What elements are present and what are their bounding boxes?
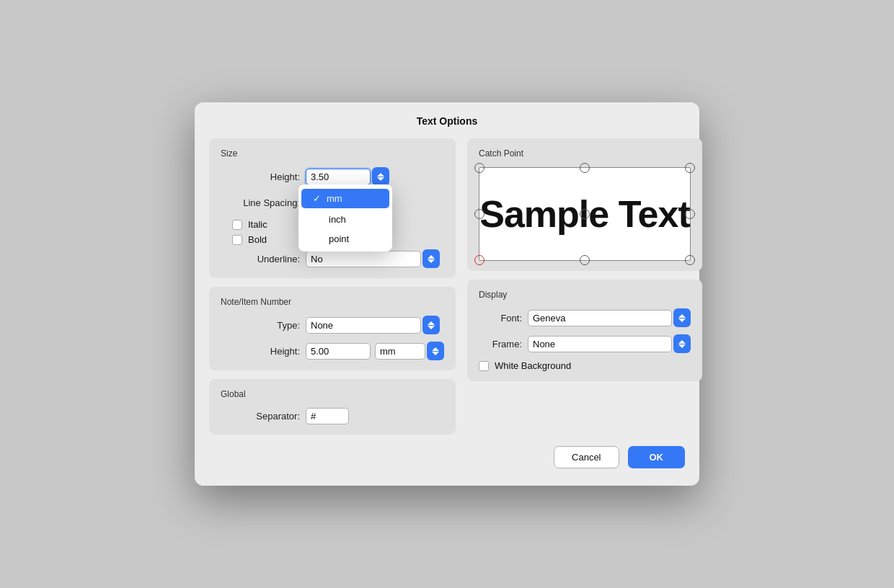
frame-select[interactable]: None — [528, 336, 672, 352]
size-section: Size Height: ✓ mm — [209, 138, 456, 278]
dot-bl[interactable] — [474, 255, 484, 265]
frame-stepper-up — [678, 340, 686, 344]
font-row: Font: Geneva — [479, 308, 691, 327]
global-section: Global Separator: — [209, 379, 456, 435]
unit-dropdown-overlay: ✓ mm inch point — [298, 184, 392, 251]
type-stepper[interactable] — [422, 316, 440, 334]
underline-label: Underline: — [221, 254, 300, 264]
white-bg-label: White Background — [495, 360, 571, 371]
dot-tc[interactable] — [580, 163, 590, 173]
left-column: Size Height: ✓ mm — [209, 138, 456, 435]
frame-row: Frame: None — [479, 334, 691, 353]
note-height-label: Height: — [221, 346, 300, 357]
stepper-up-arrow — [377, 173, 384, 177]
ok-button[interactable]: OK — [628, 446, 686, 468]
frame-stepper-down — [678, 344, 686, 348]
dot-tl[interactable] — [474, 163, 484, 173]
font-stepper-up — [678, 314, 686, 318]
bold-label: Bold — [248, 234, 267, 245]
white-bg-checkbox[interactable] — [479, 361, 489, 371]
font-select[interactable]: Geneva — [528, 310, 672, 326]
dot-tr[interactable] — [685, 163, 695, 173]
dot-mr[interactable] — [685, 209, 695, 219]
type-select[interactable]: None — [306, 317, 421, 334]
note-unit-stepper-up — [432, 347, 439, 351]
underline-select-wrap: No — [306, 251, 421, 267]
underline-stepper-down — [428, 259, 435, 263]
dot-bc[interactable] — [580, 255, 590, 265]
font-label: Font: — [479, 313, 522, 324]
underline-row: Underline: No — [221, 249, 444, 268]
separator-label: Separator: — [221, 411, 300, 422]
dot-mc[interactable] — [580, 209, 590, 219]
type-stepper-up — [428, 321, 435, 325]
catch-point-label: Catch Point — [479, 148, 691, 159]
bold-checkbox[interactable] — [232, 235, 242, 245]
underline-stepper[interactable] — [422, 249, 440, 268]
right-column: Catch Point Sample Text — [467, 138, 702, 435]
frame-label: Frame: — [479, 339, 522, 349]
height-field-label: Height: — [221, 172, 300, 182]
note-unit-stepper-down — [432, 352, 439, 355]
type-stepper-down — [428, 326, 435, 329]
note-height-row: Height: mm — [221, 342, 444, 360]
display-section: Display Font: Geneva Frame: — [467, 280, 702, 381]
frame-stepper[interactable] — [673, 334, 691, 353]
type-row: Type: None — [221, 316, 444, 334]
dialog-footer: Cancel OK — [195, 435, 699, 468]
dropdown-item-point[interactable]: point — [298, 229, 392, 249]
note-section: Note/Item Number Type: None Height: — [209, 287, 456, 370]
white-bg-row: White Background — [479, 360, 691, 371]
italic-checkbox[interactable] — [232, 220, 242, 230]
type-select-wrap: None — [306, 317, 421, 334]
underline-select[interactable]: No — [306, 251, 421, 267]
height-input[interactable] — [306, 169, 371, 185]
underline-stepper-up — [428, 255, 435, 259]
checkmark-icon: ✓ — [313, 193, 321, 204]
catch-point-section: Catch Point Sample Text — [467, 138, 702, 271]
note-unit-wrap: mm — [375, 343, 425, 360]
cancel-button[interactable]: Cancel — [554, 446, 619, 468]
line-spacing-label: Line Spacing: — [221, 197, 300, 208]
separator-row: Separator: — [221, 408, 444, 424]
frame-select-wrap: None — [528, 336, 672, 352]
text-options-dialog: Text Options Size Height: — [195, 102, 699, 486]
size-section-label: Size — [221, 148, 444, 159]
dialog-title: Text Options — [195, 102, 699, 138]
note-height-input[interactable] — [306, 343, 371, 360]
global-section-label: Global — [221, 389, 444, 399]
dropdown-item-mm[interactable]: ✓ mm — [301, 189, 389, 208]
stepper-down-arrow — [377, 177, 384, 181]
dot-br[interactable] — [685, 255, 695, 265]
dropdown-item-inch[interactable]: inch — [298, 210, 392, 229]
type-label: Type: — [221, 320, 300, 331]
note-unit-stepper[interactable] — [427, 342, 444, 360]
italic-label: Italic — [248, 219, 267, 230]
separator-input[interactable] — [306, 408, 349, 424]
note-section-label: Note/Item Number — [221, 297, 444, 307]
sample-text-box: Sample Text — [479, 167, 691, 261]
font-stepper[interactable] — [673, 308, 691, 327]
note-unit-select[interactable]: mm — [375, 343, 425, 360]
dot-ml[interactable] — [474, 209, 484, 219]
height-row: Height: ✓ mm inch — [221, 167, 444, 186]
font-stepper-down — [678, 318, 686, 322]
height-stepper[interactable] — [372, 167, 389, 186]
display-section-label: Display — [479, 290, 691, 300]
font-select-wrap: Geneva — [528, 310, 672, 326]
